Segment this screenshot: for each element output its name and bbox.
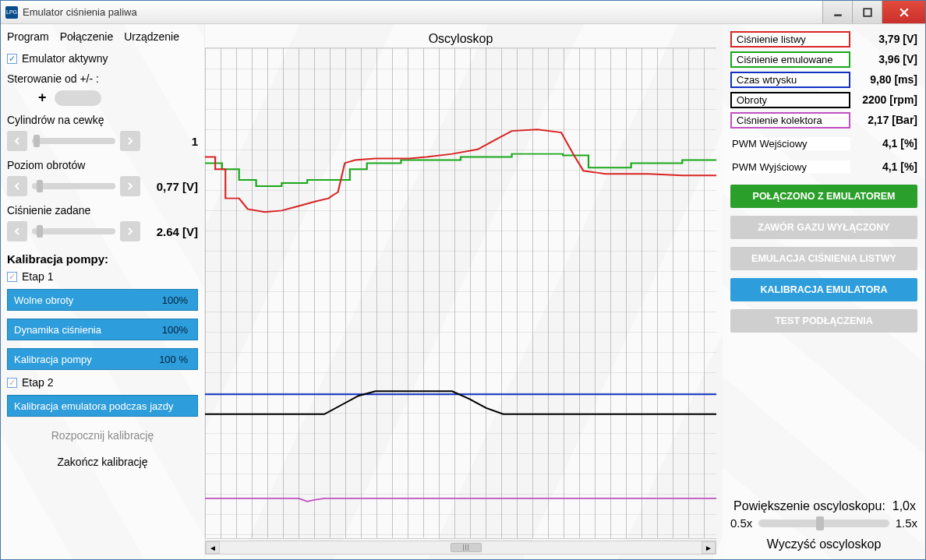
metric-label: Czas wtrysku bbox=[730, 72, 850, 88]
emulator-active-row[interactable]: Emulator aktywny bbox=[7, 52, 198, 65]
metric-value: 2,17 [Bar] bbox=[850, 114, 917, 126]
metric-label: Ciśnienie kolektora bbox=[730, 112, 850, 129]
cylinders-slider[interactable]: 1 bbox=[7, 131, 198, 151]
app-icon: LPG bbox=[5, 6, 18, 19]
titlebar: LPG Emulator ciśnienia paliwa bbox=[1, 1, 925, 24]
set-pressure-label: Ciśnienie zadane bbox=[7, 204, 198, 217]
oscilloscope-scrollbar[interactable]: ◄ ► bbox=[205, 541, 716, 555]
metric-value: 3,96 [V] bbox=[850, 53, 917, 65]
zoom-min: 0.5x bbox=[730, 516, 752, 530]
slider-thumb[interactable] bbox=[37, 180, 43, 192]
trace-rail bbox=[205, 129, 716, 212]
app-window: LPG Emulator ciśnienia paliwa Program Po… bbox=[0, 0, 926, 560]
pwm-in-label: PWM Wejściowy bbox=[730, 137, 850, 150]
pwm-in-row: PWM Wejściowy 4,1 [%] bbox=[730, 133, 917, 153]
dec-button[interactable] bbox=[7, 131, 27, 151]
checkbox-icon[interactable] bbox=[7, 378, 17, 388]
right-panel: Ciśnienie listwy3,79 [V]Ciśnienie emulow… bbox=[723, 24, 925, 559]
calib-row-dynamics[interactable]: Dynamika ciśnienia 100% bbox=[7, 319, 198, 340]
slider-thumb[interactable] bbox=[34, 135, 40, 147]
zoom-track[interactable] bbox=[758, 519, 889, 527]
slider-track[interactable] bbox=[32, 228, 115, 234]
metric-label: Ciśnienie listwy bbox=[730, 31, 850, 48]
scroll-right-icon[interactable]: ► bbox=[702, 541, 716, 554]
dec-button[interactable] bbox=[7, 176, 27, 196]
stage1-row[interactable]: Etap 1 bbox=[7, 270, 198, 283]
trace-emulated bbox=[205, 154, 716, 186]
calibrate-emulator-button[interactable]: KALIBRACJA EMULATORA bbox=[730, 278, 917, 301]
stage1-label: Etap 1 bbox=[22, 270, 53, 283]
menubar: Program Połączenie Urządzenie bbox=[7, 29, 198, 48]
zoom-slider[interactable]: 0.5x 1.5x bbox=[730, 516, 917, 530]
pwm-out-row: PWM Wyjściowy 4,1 [%] bbox=[730, 157, 917, 177]
metric-label: Ciśnienie emulowane bbox=[730, 51, 850, 68]
rpm-value: 0,77 [V] bbox=[145, 180, 198, 193]
calib-row-label: Dynamika ciśnienia bbox=[14, 324, 101, 336]
body: Program Połączenie Urządzenie Emulator a… bbox=[1, 24, 925, 559]
stop-calibration-button[interactable]: Zakończ kalibrację bbox=[7, 453, 198, 471]
metric-value: 9,80 [ms] bbox=[850, 73, 917, 86]
status-connected-button[interactable]: POŁĄCZONO Z EMULATOREM bbox=[730, 185, 917, 208]
rpm-level-label: Poziom obrotów bbox=[7, 159, 198, 171]
calib-row-pct: 100% bbox=[162, 294, 191, 306]
zoom-block: Powiększenie oscyloskopu: 1,0x 0.5x 1.5x… bbox=[730, 496, 917, 551]
set-pressure-slider[interactable]: 2.64 [V] bbox=[7, 221, 198, 241]
checkbox-icon[interactable] bbox=[7, 54, 17, 64]
stage2-row[interactable]: Etap 2 bbox=[7, 376, 198, 389]
metric-row: Ciśnienie kolektora2,17 [Bar] bbox=[730, 110, 917, 130]
pump-calib-title: Kalibracja pompy: bbox=[7, 252, 198, 266]
oscilloscope-plot bbox=[205, 48, 716, 538]
oscilloscope-title: Oscyloskop bbox=[205, 29, 716, 48]
zoom-thumb[interactable] bbox=[816, 516, 824, 530]
inc-button[interactable] bbox=[120, 131, 140, 151]
calib-row-idle[interactable]: Wolne obroty 100% bbox=[7, 289, 198, 311]
oscilloscope[interactable] bbox=[205, 48, 716, 539]
pwm-in-value: 4,1 [%] bbox=[850, 137, 917, 150]
menu-program[interactable]: Program bbox=[7, 30, 49, 43]
zoom-label: Powiększenie oscyloskopu: bbox=[733, 499, 885, 512]
set-pressure-value: 2.64 [V] bbox=[145, 225, 198, 238]
stage2-label: Etap 2 bbox=[22, 376, 53, 389]
svg-rect-0 bbox=[834, 14, 842, 16]
center-panel: Oscyloskop ◄ ► bbox=[205, 24, 723, 559]
calib-row-pump[interactable]: Kalibracja pompy 100 % bbox=[7, 348, 198, 370]
cylinders-value: 1 bbox=[145, 135, 198, 148]
inc-button[interactable] bbox=[120, 176, 140, 196]
trace-manifold bbox=[205, 498, 716, 502]
slider-thumb[interactable] bbox=[37, 225, 43, 238]
inc-button[interactable] bbox=[120, 221, 140, 241]
status-gas-off-button[interactable]: ZAWÓR GAZU WYŁĄCZONY bbox=[730, 216, 917, 239]
rpm-slider[interactable]: 0,77 [V] bbox=[7, 176, 198, 196]
maximize-button[interactable] bbox=[852, 1, 882, 23]
cylinders-label: Cylindrów na cewkę bbox=[7, 114, 198, 126]
scroll-left-icon[interactable]: ◄ bbox=[206, 541, 220, 554]
metrics-list: Ciśnienie listwy3,79 [V]Ciśnienie emulow… bbox=[730, 29, 917, 130]
plus-icon: + bbox=[38, 90, 47, 106]
scroll-thumb[interactable] bbox=[451, 543, 482, 552]
menu-device[interactable]: Urządzenie bbox=[124, 30, 179, 43]
checkbox-icon[interactable] bbox=[7, 272, 17, 282]
status-emulation-button[interactable]: EMULACJA CIŚNIENIA LISTWY bbox=[730, 247, 917, 270]
svg-rect-1 bbox=[864, 9, 871, 16]
metric-value: 2200 [rpm] bbox=[850, 93, 917, 106]
metric-value: 3,79 [V] bbox=[850, 33, 917, 45]
slider-track[interactable] bbox=[32, 183, 115, 189]
test-connection-button[interactable]: TEST PODŁĄCZENIA bbox=[730, 309, 917, 333]
metric-row: Czas wtrysku9,80 [ms] bbox=[730, 69, 917, 90]
menu-connection[interactable]: Połączenie bbox=[60, 30, 114, 43]
window-title: Emulator ciśnienia paliwa bbox=[23, 6, 822, 18]
slider-track[interactable] bbox=[32, 138, 115, 144]
calib-row-driving[interactable]: Kalibracja emulatora podczas jazdy bbox=[7, 395, 198, 417]
zoom-value: 1,0x bbox=[892, 499, 916, 512]
start-calibration-button[interactable]: Rozpocznij kalibrację bbox=[7, 423, 198, 448]
close-button[interactable] bbox=[882, 1, 925, 23]
control-from-label: Sterowanie od +/- : bbox=[7, 72, 198, 85]
clear-oscilloscope-button[interactable]: Wyczyść oscyloskop bbox=[730, 530, 917, 551]
metric-row: Obroty2200 [rpm] bbox=[730, 90, 917, 110]
dec-button[interactable] bbox=[7, 221, 27, 241]
emulator-active-label: Emulator aktywny bbox=[22, 52, 108, 65]
minimize-button[interactable] bbox=[822, 1, 852, 23]
control-value-pill[interactable] bbox=[55, 90, 101, 106]
calib-row-label: Kalibracja emulatora podczas jazdy bbox=[14, 400, 174, 412]
pwm-out-value: 4,1 [%] bbox=[850, 160, 917, 173]
